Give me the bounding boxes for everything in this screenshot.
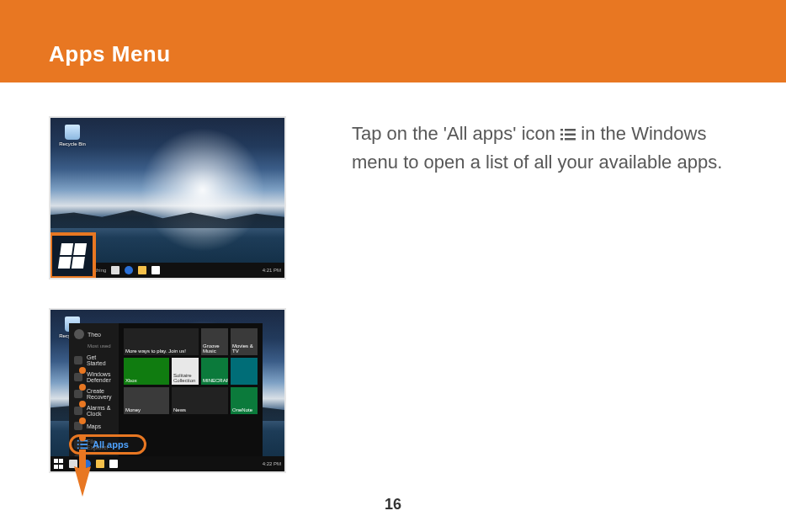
page-number: 16 [0, 496, 786, 513]
svg-rect-11 [80, 448, 88, 450]
page-content: Recycle Bin Ask me anything 4:21 PM [0, 82, 786, 490]
edge-icon [82, 460, 91, 468]
all-apps-inline-icon [560, 128, 576, 141]
tile-news: News [172, 387, 228, 414]
svg-rect-8 [77, 444, 79, 445]
svg-rect-15 [565, 134, 576, 136]
user-name: Theo [88, 332, 101, 338]
svg-rect-10 [77, 448, 79, 450]
windows-logo-icon [58, 243, 87, 269]
instruction-text: Tap on the 'All apps' icon in the Window… [352, 120, 737, 177]
screenshot-desktop: Recycle Bin Ask me anything 4:21 PM [49, 116, 286, 279]
tile-minecraft: MINECRAFT [201, 358, 228, 385]
tile-xbox: Xbox [124, 358, 169, 385]
start-button-icon [54, 459, 64, 469]
taskbar-clock: 4:22 PM [263, 461, 281, 466]
svg-rect-7 [80, 440, 88, 442]
page-header: Apps Menu [0, 0, 786, 82]
start-button-highlight [49, 232, 96, 279]
recycle-bin-icon: Recycle Bin [59, 125, 86, 146]
all-apps-icon [77, 439, 88, 450]
svg-rect-13 [565, 129, 576, 131]
taskbar-clock: 4:21 PM [263, 268, 281, 273]
menu-item-get-started: Get Started [69, 352, 119, 369]
svg-rect-9 [80, 444, 88, 445]
svg-rect-14 [560, 134, 563, 136]
explorer-icon [138, 266, 146, 274]
tile-groove: Groove Music [201, 328, 228, 355]
task-view-icon [69, 460, 77, 468]
text-column: Tap on the 'All apps' icon in the Window… [293, 116, 737, 490]
tile-money: Money [124, 387, 169, 414]
svg-rect-16 [560, 138, 563, 141]
avatar-icon [74, 329, 84, 339]
instruction-text-before: Tap on the 'All apps' icon [352, 123, 560, 144]
menu-item-recovery: Create Recovery [69, 386, 119, 402]
tile-movies: Movies & TV [231, 328, 258, 355]
most-used-label: Most used [69, 342, 119, 352]
screenshot-startmenu: Recycle Bin Theo Most used Get Started W… [49, 308, 286, 473]
page-title: Apps Menu [49, 41, 171, 67]
store-icon [109, 460, 118, 468]
recycle-bin-label: Recycle Bin [59, 141, 86, 146]
svg-rect-17 [565, 138, 576, 141]
svg-rect-12 [560, 129, 563, 131]
svg-rect-6 [77, 440, 79, 442]
menu-item-defender: Windows Defender [69, 369, 119, 386]
store-icon [151, 266, 160, 274]
explorer-icon [96, 460, 104, 468]
tiles-header: More ways to play. Join us! [124, 328, 199, 355]
menu-item-alarms: Alarms & Clock [69, 402, 119, 419]
figure-column: Recycle Bin Ask me anything 4:21 PM [49, 116, 293, 490]
task-view-icon [111, 266, 119, 274]
tile-p [231, 358, 258, 385]
taskbar: 4:22 PM [50, 456, 284, 471]
tile-onenote: OneNote [231, 387, 258, 414]
all-apps-label: All apps [93, 439, 129, 450]
edge-icon [125, 266, 133, 274]
start-menu-user: Theo [69, 327, 119, 342]
tile-solitaire: Solitaire Collection [172, 358, 199, 385]
menu-item-maps: Maps [69, 419, 119, 433]
all-apps-highlight: All apps [69, 434, 146, 455]
